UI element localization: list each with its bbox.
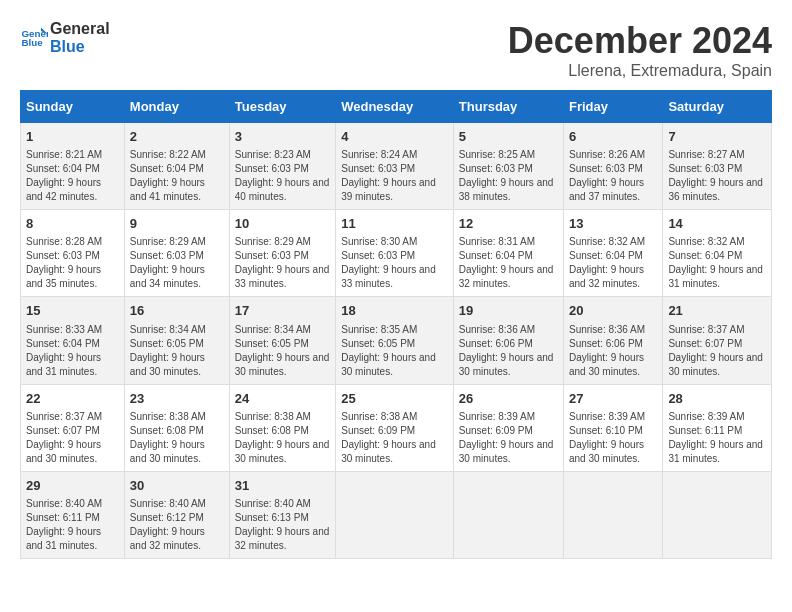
calendar-cell: 26Sunrise: 8:39 AM Sunset: 6:09 PM Dayli… bbox=[453, 384, 563, 471]
day-info: Sunrise: 8:32 AM Sunset: 6:04 PM Dayligh… bbox=[668, 235, 766, 291]
day-number: 16 bbox=[130, 302, 224, 320]
calendar-cell bbox=[663, 471, 772, 558]
calendar-cell: 9Sunrise: 8:29 AM Sunset: 6:03 PM Daylig… bbox=[124, 210, 229, 297]
day-info: Sunrise: 8:28 AM Sunset: 6:03 PM Dayligh… bbox=[26, 235, 119, 291]
weekday-header-monday: Monday bbox=[124, 91, 229, 123]
day-number: 5 bbox=[459, 128, 558, 146]
day-info: Sunrise: 8:32 AM Sunset: 6:04 PM Dayligh… bbox=[569, 235, 657, 291]
calendar-cell: 13Sunrise: 8:32 AM Sunset: 6:04 PM Dayli… bbox=[563, 210, 662, 297]
calendar-cell: 10Sunrise: 8:29 AM Sunset: 6:03 PM Dayli… bbox=[229, 210, 335, 297]
day-number: 28 bbox=[668, 390, 766, 408]
calendar-cell: 11Sunrise: 8:30 AM Sunset: 6:03 PM Dayli… bbox=[336, 210, 454, 297]
day-info: Sunrise: 8:22 AM Sunset: 6:04 PM Dayligh… bbox=[130, 148, 224, 204]
day-info: Sunrise: 8:40 AM Sunset: 6:13 PM Dayligh… bbox=[235, 497, 330, 553]
day-info: Sunrise: 8:30 AM Sunset: 6:03 PM Dayligh… bbox=[341, 235, 448, 291]
day-info: Sunrise: 8:25 AM Sunset: 6:03 PM Dayligh… bbox=[459, 148, 558, 204]
day-number: 18 bbox=[341, 302, 448, 320]
calendar-cell: 1Sunrise: 8:21 AM Sunset: 6:04 PM Daylig… bbox=[21, 123, 125, 210]
day-number: 11 bbox=[341, 215, 448, 233]
calendar-cell bbox=[336, 471, 454, 558]
day-info: Sunrise: 8:39 AM Sunset: 6:09 PM Dayligh… bbox=[459, 410, 558, 466]
weekday-header-friday: Friday bbox=[563, 91, 662, 123]
day-info: Sunrise: 8:31 AM Sunset: 6:04 PM Dayligh… bbox=[459, 235, 558, 291]
weekday-header-saturday: Saturday bbox=[663, 91, 772, 123]
logo-blue: Blue bbox=[50, 38, 110, 56]
day-info: Sunrise: 8:37 AM Sunset: 6:07 PM Dayligh… bbox=[668, 323, 766, 379]
month-title: December 2024 bbox=[508, 20, 772, 62]
calendar-cell bbox=[563, 471, 662, 558]
calendar-cell: 7Sunrise: 8:27 AM Sunset: 6:03 PM Daylig… bbox=[663, 123, 772, 210]
day-number: 10 bbox=[235, 215, 330, 233]
day-info: Sunrise: 8:34 AM Sunset: 6:05 PM Dayligh… bbox=[130, 323, 224, 379]
day-number: 22 bbox=[26, 390, 119, 408]
day-info: Sunrise: 8:29 AM Sunset: 6:03 PM Dayligh… bbox=[235, 235, 330, 291]
calendar-cell: 31Sunrise: 8:40 AM Sunset: 6:13 PM Dayli… bbox=[229, 471, 335, 558]
calendar-cell: 30Sunrise: 8:40 AM Sunset: 6:12 PM Dayli… bbox=[124, 471, 229, 558]
calendar-header-row: SundayMondayTuesdayWednesdayThursdayFrid… bbox=[21, 91, 772, 123]
weekday-header-thursday: Thursday bbox=[453, 91, 563, 123]
calendar-cell: 21Sunrise: 8:37 AM Sunset: 6:07 PM Dayli… bbox=[663, 297, 772, 384]
calendar-cell: 18Sunrise: 8:35 AM Sunset: 6:05 PM Dayli… bbox=[336, 297, 454, 384]
calendar-cell: 16Sunrise: 8:34 AM Sunset: 6:05 PM Dayli… bbox=[124, 297, 229, 384]
calendar-cell: 14Sunrise: 8:32 AM Sunset: 6:04 PM Dayli… bbox=[663, 210, 772, 297]
day-info: Sunrise: 8:24 AM Sunset: 6:03 PM Dayligh… bbox=[341, 148, 448, 204]
day-info: Sunrise: 8:39 AM Sunset: 6:10 PM Dayligh… bbox=[569, 410, 657, 466]
day-number: 25 bbox=[341, 390, 448, 408]
day-info: Sunrise: 8:36 AM Sunset: 6:06 PM Dayligh… bbox=[569, 323, 657, 379]
day-number: 12 bbox=[459, 215, 558, 233]
day-number: 23 bbox=[130, 390, 224, 408]
calendar-cell: 22Sunrise: 8:37 AM Sunset: 6:07 PM Dayli… bbox=[21, 384, 125, 471]
calendar-cell: 8Sunrise: 8:28 AM Sunset: 6:03 PM Daylig… bbox=[21, 210, 125, 297]
calendar-week-row: 8Sunrise: 8:28 AM Sunset: 6:03 PM Daylig… bbox=[21, 210, 772, 297]
weekday-header-wednesday: Wednesday bbox=[336, 91, 454, 123]
day-info: Sunrise: 8:29 AM Sunset: 6:03 PM Dayligh… bbox=[130, 235, 224, 291]
calendar-cell bbox=[453, 471, 563, 558]
day-info: Sunrise: 8:35 AM Sunset: 6:05 PM Dayligh… bbox=[341, 323, 448, 379]
day-number: 26 bbox=[459, 390, 558, 408]
day-number: 27 bbox=[569, 390, 657, 408]
location-title: Llerena, Extremadura, Spain bbox=[508, 62, 772, 80]
day-number: 8 bbox=[26, 215, 119, 233]
day-info: Sunrise: 8:36 AM Sunset: 6:06 PM Dayligh… bbox=[459, 323, 558, 379]
day-number: 31 bbox=[235, 477, 330, 495]
calendar-cell: 3Sunrise: 8:23 AM Sunset: 6:03 PM Daylig… bbox=[229, 123, 335, 210]
calendar-cell: 29Sunrise: 8:40 AM Sunset: 6:11 PM Dayli… bbox=[21, 471, 125, 558]
day-info: Sunrise: 8:23 AM Sunset: 6:03 PM Dayligh… bbox=[235, 148, 330, 204]
day-number: 30 bbox=[130, 477, 224, 495]
day-number: 6 bbox=[569, 128, 657, 146]
calendar-cell: 28Sunrise: 8:39 AM Sunset: 6:11 PM Dayli… bbox=[663, 384, 772, 471]
day-number: 14 bbox=[668, 215, 766, 233]
day-number: 17 bbox=[235, 302, 330, 320]
logo-general: General bbox=[50, 20, 110, 38]
calendar-cell: 17Sunrise: 8:34 AM Sunset: 6:05 PM Dayli… bbox=[229, 297, 335, 384]
day-info: Sunrise: 8:21 AM Sunset: 6:04 PM Dayligh… bbox=[26, 148, 119, 204]
day-number: 19 bbox=[459, 302, 558, 320]
calendar-cell: 25Sunrise: 8:38 AM Sunset: 6:09 PM Dayli… bbox=[336, 384, 454, 471]
day-number: 7 bbox=[668, 128, 766, 146]
day-number: 4 bbox=[341, 128, 448, 146]
calendar-week-row: 1Sunrise: 8:21 AM Sunset: 6:04 PM Daylig… bbox=[21, 123, 772, 210]
page-header: General Blue General Blue December 2024 … bbox=[20, 20, 772, 80]
calendar-cell: 24Sunrise: 8:38 AM Sunset: 6:08 PM Dayli… bbox=[229, 384, 335, 471]
calendar-table: SundayMondayTuesdayWednesdayThursdayFrid… bbox=[20, 90, 772, 559]
logo: General Blue General Blue bbox=[20, 20, 110, 55]
calendar-cell: 4Sunrise: 8:24 AM Sunset: 6:03 PM Daylig… bbox=[336, 123, 454, 210]
calendar-cell: 15Sunrise: 8:33 AM Sunset: 6:04 PM Dayli… bbox=[21, 297, 125, 384]
weekday-header-sunday: Sunday bbox=[21, 91, 125, 123]
weekday-header-tuesday: Tuesday bbox=[229, 91, 335, 123]
calendar-cell: 27Sunrise: 8:39 AM Sunset: 6:10 PM Dayli… bbox=[563, 384, 662, 471]
calendar-cell: 12Sunrise: 8:31 AM Sunset: 6:04 PM Dayli… bbox=[453, 210, 563, 297]
day-number: 13 bbox=[569, 215, 657, 233]
calendar-week-row: 22Sunrise: 8:37 AM Sunset: 6:07 PM Dayli… bbox=[21, 384, 772, 471]
day-info: Sunrise: 8:27 AM Sunset: 6:03 PM Dayligh… bbox=[668, 148, 766, 204]
day-number: 20 bbox=[569, 302, 657, 320]
logo-icon: General Blue bbox=[20, 24, 48, 52]
day-info: Sunrise: 8:34 AM Sunset: 6:05 PM Dayligh… bbox=[235, 323, 330, 379]
day-info: Sunrise: 8:40 AM Sunset: 6:12 PM Dayligh… bbox=[130, 497, 224, 553]
day-info: Sunrise: 8:37 AM Sunset: 6:07 PM Dayligh… bbox=[26, 410, 119, 466]
calendar-week-row: 15Sunrise: 8:33 AM Sunset: 6:04 PM Dayli… bbox=[21, 297, 772, 384]
day-number: 1 bbox=[26, 128, 119, 146]
svg-text:Blue: Blue bbox=[21, 37, 43, 48]
day-number: 24 bbox=[235, 390, 330, 408]
day-info: Sunrise: 8:33 AM Sunset: 6:04 PM Dayligh… bbox=[26, 323, 119, 379]
